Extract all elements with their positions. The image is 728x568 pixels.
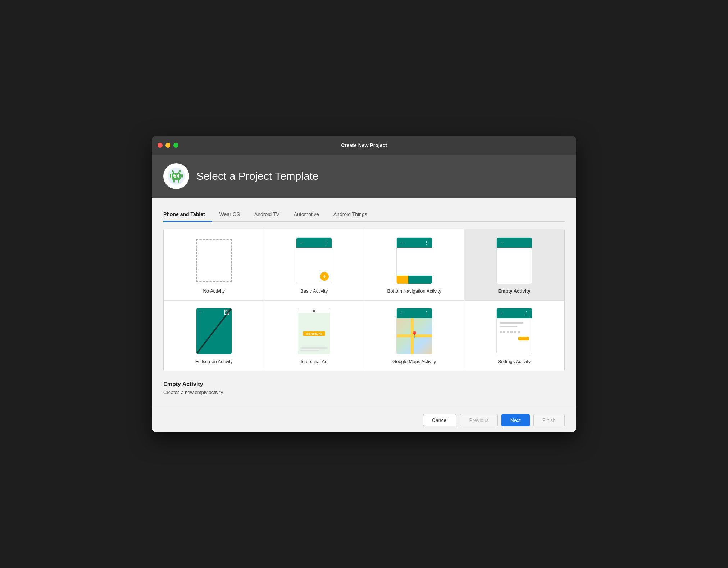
template-basic-activity-label: Basic Activity: [300, 288, 328, 294]
basic-activity-phone: ← ⋮ +: [296, 237, 332, 284]
back-arrow-icon: ←: [400, 240, 405, 246]
maps-phone: ← ⋮ 📍: [396, 308, 432, 354]
svg-line-15: [196, 308, 232, 354]
svg-point-7: [179, 170, 181, 172]
template-settings-preview: ← ⋮: [471, 308, 558, 354]
finish-button[interactable]: Finish: [533, 414, 565, 426]
window-title: Create New Project: [341, 142, 387, 148]
phone-camera-dot: [313, 310, 315, 312]
minimize-button[interactable]: [165, 143, 170, 148]
template-basic-activity-preview: ← ⋮ +: [270, 237, 358, 284]
template-bottom-navigation[interactable]: ← ⋮ Bottom Nav: [364, 229, 464, 300]
header-section: AS Select a Project Template: [152, 155, 576, 198]
settings-dot-2: [503, 331, 505, 333]
template-bottom-nav-label: Bottom Navigation Activity: [387, 288, 441, 294]
app-window: Create New Project: [152, 136, 576, 432]
template-no-activity-preview: [170, 237, 258, 284]
overflow-menu-icon: ⋮: [424, 310, 429, 316]
settings-dot-1: [500, 331, 502, 333]
settings-line-1: [500, 322, 523, 324]
bottom-nav-phone: ← ⋮: [396, 237, 432, 284]
main-content: Phone and Tablet Wear OS Android TV Auto…: [152, 198, 576, 408]
tab-android-things[interactable]: Android Things: [326, 208, 374, 222]
svg-rect-9: [178, 180, 179, 183]
templates-grid-container: No Activity ← ⋮ +: [163, 229, 565, 371]
svg-rect-11: [181, 174, 183, 178]
template-interstitial-ad[interactable]: Interstitial Ad Interstitial Ad: [264, 300, 364, 371]
maximize-button[interactable]: [173, 143, 178, 148]
svg-point-6: [172, 170, 174, 172]
interstitial-ad-banner: Interstitial Ad: [303, 331, 325, 336]
next-button[interactable]: Next: [501, 414, 530, 426]
bottom-nav-tab-1: [397, 276, 409, 284]
page-title: Select a Project Template: [196, 170, 319, 182]
maps-body: 📍: [397, 318, 432, 354]
description-section: Empty Activity Creates a new empty activ…: [163, 377, 565, 398]
tab-wear-os[interactable]: Wear OS: [212, 208, 247, 222]
template-no-activity[interactable]: No Activity: [164, 229, 264, 300]
tab-android-tv[interactable]: Android TV: [247, 208, 287, 222]
bottom-nav-body: [397, 248, 432, 284]
back-arrow-icon: ←: [500, 310, 505, 316]
template-settings-label: Settings Activity: [498, 359, 531, 364]
template-maps-label: Google Maps Activity: [392, 359, 436, 364]
bottom-nav-tab-2: [408, 276, 420, 284]
no-activity-dashed-box: [196, 239, 232, 282]
basic-activity-toolbar: ← ⋮: [296, 238, 332, 248]
template-basic-activity[interactable]: ← ⋮ + Basic Activity: [264, 229, 364, 300]
template-no-activity-label: No Activity: [203, 288, 225, 294]
empty-activity-phone: ←: [496, 237, 532, 284]
tab-automotive[interactable]: Automotive: [287, 208, 326, 222]
bottom-nav-bar: [397, 276, 432, 284]
template-maps-preview: ← ⋮ 📍: [370, 308, 458, 354]
template-fullscreen-activity[interactable]: ← Fullscreen Acti: [164, 300, 264, 371]
settings-action-button: [518, 337, 529, 340]
ad-line-2: [300, 350, 319, 351]
settings-dots-row: [500, 331, 529, 333]
template-settings-activity[interactable]: ← ⋮: [464, 300, 565, 371]
settings-dot-5: [514, 331, 516, 333]
template-fullscreen-preview: ←: [170, 308, 258, 354]
empty-activity-body: [497, 248, 532, 284]
map-pin-icon: 📍: [410, 331, 418, 339]
template-fullscreen-label: Fullscreen Activity: [195, 359, 233, 364]
settings-body: [497, 318, 532, 354]
footer: Cancel Previous Next Finish: [152, 408, 576, 432]
title-bar: Create New Project: [152, 136, 576, 155]
interstitial-phone: Interstitial Ad: [298, 308, 330, 354]
previous-button[interactable]: Previous: [460, 414, 497, 426]
basic-activity-body: +: [296, 248, 332, 284]
back-arrow-icon: ←: [299, 240, 304, 246]
svg-rect-8: [173, 180, 175, 183]
bottom-nav-tab-3: [420, 276, 432, 284]
back-arrow-icon: ←: [400, 310, 405, 316]
diagonal-line-icon: [196, 308, 232, 354]
close-button[interactable]: [158, 143, 163, 148]
traffic-lights: [158, 143, 178, 148]
overflow-menu-icon: ⋮: [524, 310, 529, 316]
template-empty-activity-preview: ←: [471, 237, 558, 284]
svg-text:AS: AS: [174, 175, 179, 179]
ad-line-1: [300, 347, 328, 349]
settings-dot-3: [507, 331, 509, 333]
maps-toolbar: ← ⋮: [397, 308, 432, 318]
fab-icon: +: [320, 272, 329, 281]
settings-toolbar: ← ⋮: [497, 308, 532, 318]
empty-activity-toolbar: ←: [497, 238, 532, 248]
templates-grid: No Activity ← ⋮ +: [164, 229, 564, 371]
cancel-button[interactable]: Cancel: [423, 414, 457, 426]
android-studio-icon-svg: AS: [167, 167, 186, 185]
fullscreen-phone: ←: [196, 308, 232, 354]
settings-dot-4: [510, 331, 513, 333]
settings-line-2: [500, 326, 517, 327]
selected-template-name: Empty Activity: [163, 381, 565, 388]
template-empty-activity[interactable]: ← Empty Activity: [464, 229, 565, 300]
settings-dot-6: [518, 331, 520, 333]
template-interstitial-preview: Interstitial Ad: [270, 308, 358, 354]
settings-phone: ← ⋮: [496, 308, 532, 354]
selected-template-description: Creates a new empty activity: [163, 390, 565, 395]
tab-phone-tablet[interactable]: Phone and Tablet: [163, 208, 212, 222]
tabs-container: Phone and Tablet Wear OS Android TV Auto…: [163, 208, 565, 222]
template-google-maps[interactable]: ← ⋮ 📍 Google Maps Activity: [364, 300, 464, 371]
ad-lines: [300, 347, 328, 351]
